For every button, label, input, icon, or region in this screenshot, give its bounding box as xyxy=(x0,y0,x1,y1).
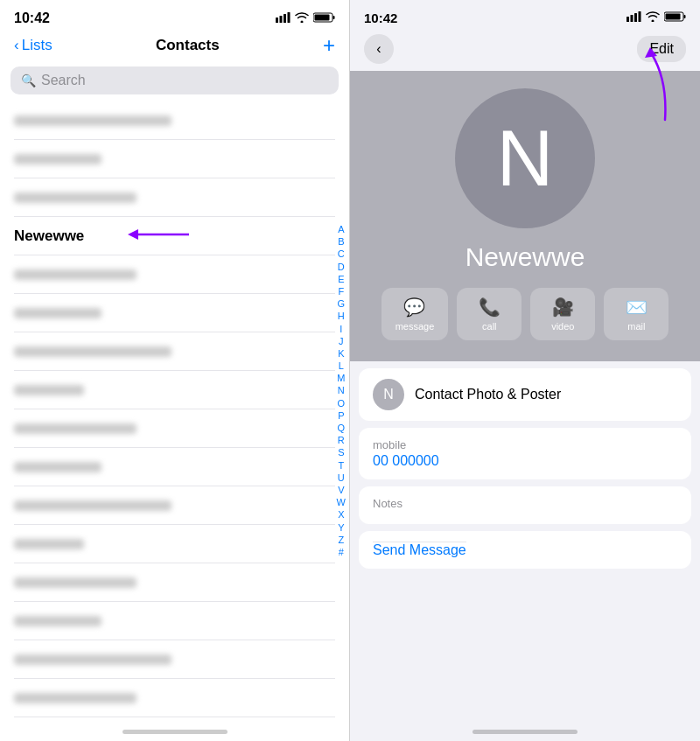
alphabet-index[interactable]: A B C D E F G H I J K L M N O P Q R S T … xyxy=(337,224,346,558)
contact-details-scroll[interactable]: N Contact Photo & Poster mobile 00 00000… xyxy=(350,361,700,741)
contact-name-blur xyxy=(14,385,84,395)
list-item[interactable] xyxy=(14,178,335,217)
svg-rect-1 xyxy=(280,16,283,23)
alpha-Q[interactable]: Q xyxy=(338,423,346,434)
list-item[interactable] xyxy=(14,486,335,525)
contact-initial: N xyxy=(497,119,554,198)
list-item[interactable] xyxy=(14,679,335,717)
alpha-A[interactable]: A xyxy=(338,224,344,235)
alpha-G[interactable]: G xyxy=(338,298,346,310)
contacts-title: Contacts xyxy=(156,37,220,54)
notes-section[interactable]: Notes xyxy=(359,486,691,524)
alpha-V[interactable]: V xyxy=(338,485,344,496)
svg-rect-6 xyxy=(315,14,330,20)
alpha-N[interactable]: N xyxy=(338,385,345,396)
alpha-M[interactable]: M xyxy=(337,373,345,384)
list-item[interactable] xyxy=(14,371,335,409)
list-item[interactable] xyxy=(14,140,335,178)
mail-icon: ✉️ xyxy=(626,297,648,318)
message-action-button[interactable]: 💬 message xyxy=(382,288,449,340)
search-input[interactable]: Search xyxy=(41,73,86,88)
back-chevron-icon: ‹ xyxy=(376,41,381,57)
alpha-C[interactable]: C xyxy=(338,248,345,260)
alpha-F[interactable]: F xyxy=(338,286,344,297)
list-item[interactable] xyxy=(14,294,335,332)
alpha-L[interactable]: L xyxy=(339,360,344,372)
notes-row[interactable]: Notes xyxy=(359,486,691,524)
contact-name-blur xyxy=(14,539,84,549)
contact-avatar-large: N xyxy=(455,88,595,228)
list-item[interactable] xyxy=(14,525,335,563)
alpha-T[interactable]: T xyxy=(338,460,344,472)
svg-rect-3 xyxy=(288,12,290,23)
call-action-button[interactable]: 📞 call xyxy=(457,288,522,340)
alpha-Y[interactable]: Y xyxy=(338,522,344,534)
contact-name-blur xyxy=(14,693,136,703)
message-label: message xyxy=(396,321,435,332)
list-item[interactable] xyxy=(14,101,335,140)
send-message-label[interactable]: Send Message xyxy=(373,542,466,558)
alpha-P[interactable]: P xyxy=(338,410,344,422)
alpha-H[interactable]: H xyxy=(338,311,345,322)
contact-name-blur xyxy=(14,308,102,318)
add-contact-button[interactable]: + xyxy=(323,35,335,56)
back-button[interactable]: ‹ xyxy=(364,34,394,64)
message-icon: 💬 xyxy=(403,297,425,318)
right-battery-icon xyxy=(664,11,686,24)
alpha-W[interactable]: W xyxy=(337,497,346,508)
alpha-K[interactable]: K xyxy=(338,348,344,360)
list-item[interactable] xyxy=(14,602,335,640)
svg-rect-9 xyxy=(626,17,629,22)
mobile-section[interactable]: mobile 00 000000 xyxy=(359,428,691,479)
right-status-icons xyxy=(626,11,686,24)
list-item[interactable] xyxy=(14,563,335,602)
svg-rect-15 xyxy=(666,14,681,20)
right-signal-icon xyxy=(626,11,641,24)
right-panel: 10:42 ‹ Edit N Newewwe xyxy=(350,0,700,741)
alpha-Z[interactable]: Z xyxy=(338,535,344,546)
left-status-bar: 10:42 xyxy=(0,0,349,31)
photo-poster-section[interactable]: N Contact Photo & Poster xyxy=(359,368,691,421)
alpha-R[interactable]: R xyxy=(338,435,345,446)
alpha-E[interactable]: E xyxy=(338,274,344,285)
alpha-I[interactable]: I xyxy=(340,324,342,335)
lists-back-button[interactable]: ‹ Lists xyxy=(14,37,52,54)
list-item[interactable] xyxy=(14,448,335,486)
wifi-icon xyxy=(295,12,309,25)
list-item[interactable] xyxy=(14,640,335,679)
alpha-U[interactable]: U xyxy=(338,472,345,484)
right-time: 10:42 xyxy=(364,10,397,25)
search-bar[interactable]: 🔍 Search xyxy=(10,66,339,94)
alpha-B[interactable]: B xyxy=(338,236,344,248)
alpha-hash[interactable]: # xyxy=(339,547,344,558)
list-item-newewwe[interactable]: Newewwe xyxy=(14,217,335,255)
photo-poster-row[interactable]: N Contact Photo & Poster xyxy=(359,368,691,421)
photo-poster-label: Contact Photo & Poster xyxy=(415,387,561,402)
video-icon: 🎥 xyxy=(552,297,574,318)
list-item[interactable] xyxy=(14,332,335,371)
left-time: 10:42 xyxy=(14,10,50,26)
mail-action-button[interactable]: ✉️ mail xyxy=(604,288,668,340)
svg-rect-5 xyxy=(333,16,335,19)
mobile-value[interactable]: 00 000000 xyxy=(373,453,439,469)
mobile-row[interactable]: mobile 00 000000 xyxy=(359,428,691,479)
alpha-X[interactable]: X xyxy=(338,509,344,521)
send-message-row[interactable]: Send Message xyxy=(359,531,691,569)
battery-icon xyxy=(313,12,335,25)
phone-icon: 📞 xyxy=(479,297,500,318)
list-item[interactable] xyxy=(14,409,335,448)
alpha-J[interactable]: J xyxy=(339,336,344,347)
contact-name-blur xyxy=(14,654,172,665)
contact-name-blur xyxy=(14,192,136,203)
left-nav-bar: ‹ Lists Contacts + xyxy=(0,31,349,63)
video-action-button[interactable]: 🎥 video xyxy=(530,288,595,340)
alpha-O[interactable]: O xyxy=(338,398,346,409)
list-item[interactable] xyxy=(14,255,335,294)
alpha-S[interactable]: S xyxy=(338,447,344,458)
search-icon: 🔍 xyxy=(21,73,36,87)
svg-marker-8 xyxy=(128,229,138,240)
alpha-D[interactable]: D xyxy=(338,262,345,273)
lists-label: Lists xyxy=(22,37,52,54)
send-message-section[interactable]: Send Message xyxy=(359,531,691,569)
contact-avatar-small: N xyxy=(373,379,404,410)
